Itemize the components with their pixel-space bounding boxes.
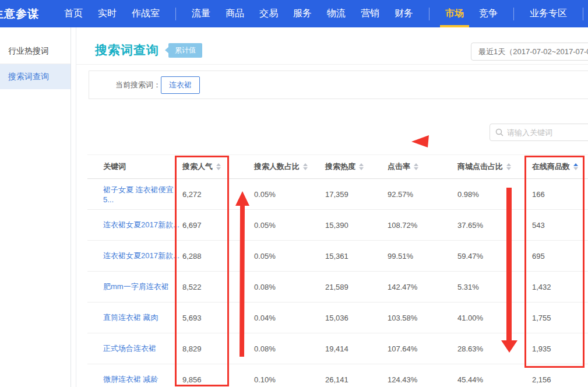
column-header-5: 商城点击占比 <box>457 161 532 172</box>
cell-click_rate: 108.72% <box>388 221 457 230</box>
cell-search_popularity: 6,272 <box>182 190 254 199</box>
cell-keyword: 连衣裙女夏2017新款... <box>87 251 182 261</box>
table-header-row: 关键词搜索人气搜索人数占比搜索热度点击率商城点击占比在线商品数 <box>87 154 588 179</box>
page-title: 搜索词查询 <box>95 42 159 58</box>
nav-item-1[interactable]: 实时 <box>90 0 124 27</box>
cell-searcher_share: 0.05% <box>254 190 325 199</box>
cumulative-badge: 累计值 <box>168 43 202 58</box>
sort-desc-icon <box>573 167 578 170</box>
cell-mall_click_share: 5.31% <box>457 283 532 291</box>
column-header-label: 搜索热度 <box>325 161 355 172</box>
cell-online_products: 166 <box>532 190 588 199</box>
cell-search_heat: 21,589 <box>325 283 388 291</box>
sort-asc-icon <box>303 163 308 166</box>
cell-online_products: 1,432 <box>532 283 588 291</box>
nav-item-11[interactable]: 竞争 <box>471 0 505 27</box>
nav-item-9[interactable]: 财务 <box>387 0 421 27</box>
cell-search_popularity: 9,856 <box>182 375 254 384</box>
brand-logo[interactable]: 生意参谋 <box>0 6 39 22</box>
sort-toggle[interactable] <box>573 163 578 170</box>
sort-asc-icon <box>506 163 511 166</box>
current-search-label: 当前搜索词： <box>115 80 161 90</box>
nav-item-4[interactable]: 商品 <box>218 0 252 27</box>
cell-online_products: 543 <box>532 221 588 230</box>
cell-online_products: 695 <box>532 252 588 261</box>
cell-keyword: 直筒连衣裙 藏肉 <box>87 312 182 323</box>
nav-item-5[interactable]: 交易 <box>252 0 286 27</box>
cell-searcher_share: 0.04% <box>254 314 325 322</box>
cell-keyword: 微胖连衣裙 减龄 <box>87 374 182 385</box>
column-header-label: 搜索人数占比 <box>254 161 300 172</box>
cell-search_popularity: 5,693 <box>182 314 254 322</box>
sort-toggle[interactable] <box>359 163 364 170</box>
keyword-link[interactable]: 正式场合连衣裙 <box>103 344 156 353</box>
sort-asc-icon <box>216 163 221 166</box>
nav-divider <box>175 8 176 20</box>
nav-item-12[interactable]: 业务专区 <box>522 0 575 27</box>
sort-toggle[interactable] <box>303 163 308 170</box>
cell-search_heat: 19,414 <box>325 344 388 353</box>
sort-toggle[interactable] <box>414 163 418 170</box>
sort-toggle[interactable] <box>506 163 511 170</box>
keyword-link[interactable]: 微胖连衣裙 减龄 <box>103 375 159 384</box>
cell-searcher_share: 0.05% <box>254 252 325 261</box>
nav-item-2[interactable]: 作战室 <box>124 0 167 27</box>
sort-toggle[interactable] <box>216 163 221 170</box>
nav-item-8[interactable]: 营销 <box>353 0 387 27</box>
nav-item-6[interactable]: 服务 <box>286 0 319 27</box>
cell-click_rate: 99.51% <box>388 252 457 261</box>
cell-mall_click_share: 37.65% <box>457 221 532 230</box>
cell-searcher_share: 0.05% <box>254 221 325 230</box>
keyword-search-box <box>490 124 588 141</box>
cell-search_popularity: 8,522 <box>182 283 254 291</box>
cell-searcher_share: 0.08% <box>254 283 325 291</box>
content-left-border <box>76 27 76 387</box>
nav-item-3[interactable]: 流量 <box>184 0 218 27</box>
cell-click_rate: 103.58% <box>388 314 457 322</box>
cell-mall_click_share: 0.98% <box>457 190 532 199</box>
nav-item-0[interactable]: 首页 <box>57 0 90 27</box>
nav-menu: 首页实时作战室流量商品交易服务物流营销财务市场竞争业务专区取数 <box>57 0 588 27</box>
keyword-link[interactable]: 连衣裙女夏2017新款... <box>103 251 179 260</box>
column-header-4: 点击率 <box>388 161 457 172</box>
keyword-link[interactable]: 裙子女夏 连衣裙便宜5... <box>103 185 174 204</box>
sort-asc-icon <box>359 163 364 166</box>
nav-item-7[interactable]: 物流 <box>319 0 353 27</box>
keyword-link[interactable]: 肥mm一字肩连衣裙 <box>103 282 169 291</box>
cell-keyword: 连衣裙女夏2017新款... <box>87 220 182 230</box>
cell-searcher_share: 0.08% <box>254 344 325 353</box>
keyword-link[interactable]: 连衣裙女夏2017新款... <box>103 220 179 229</box>
table-row: 肥mm一字肩连衣裙8,5220.08%21,589142.47%5.31%1,4… <box>87 272 588 302</box>
cell-online_products: 1,935 <box>532 344 588 353</box>
nav-divider <box>513 8 514 20</box>
sidebar-item-0[interactable]: 行业热搜词 <box>0 39 71 64</box>
cell-search_popularity: 8,829 <box>182 344 254 353</box>
sort-desc-icon <box>359 167 364 170</box>
column-header-label: 点击率 <box>388 161 410 172</box>
column-header-0: 关键词 <box>87 161 182 172</box>
cell-click_rate: 124.43% <box>388 375 457 384</box>
table-row: 连衣裙女夏2017新款...6,6970.05%15,390108.72%37.… <box>87 210 588 241</box>
date-range-selector[interactable]: 最近1天（2017-07-02~2017-07-02） <box>471 43 588 61</box>
screen: 生意参谋 首页实时作战室流量商品交易服务物流营销财务市场竞争业务专区取数 行业热… <box>0 0 588 387</box>
sort-desc-icon <box>414 167 418 170</box>
nav-divider <box>583 8 583 20</box>
table-row: 正式场合连衣裙8,8290.08%19,414107.64%28.63%1,93… <box>87 333 588 364</box>
cell-mall_click_share: 41.00% <box>457 314 532 322</box>
table-row: 微胖连衣裙 减龄9,8560.10%26,141124.43%45.44%2,1… <box>87 364 588 387</box>
cell-search_heat: 17,359 <box>325 190 388 199</box>
cell-searcher_share: 0.10% <box>254 375 325 384</box>
current-search-term-tag[interactable]: 连衣裙 <box>161 76 200 94</box>
cell-keyword: 裙子女夏 连衣裙便宜5... <box>87 185 182 204</box>
column-header-1: 搜索人气 <box>182 161 254 172</box>
sort-asc-icon <box>414 163 418 166</box>
column-header-2: 搜索人数占比 <box>254 161 325 172</box>
sort-desc-icon <box>216 167 221 170</box>
keyword-link[interactable]: 直筒连衣裙 藏肉 <box>103 313 159 322</box>
keyword-search-input[interactable] <box>507 128 588 137</box>
sidebar-item-1[interactable]: 搜索词查询 <box>0 64 71 89</box>
cell-keyword: 肥mm一字肩连衣裙 <box>87 282 182 292</box>
cell-keyword: 正式场合连衣裙 <box>87 343 182 354</box>
cell-search_popularity: 6,288 <box>182 252 254 261</box>
nav-item-10[interactable]: 市场 <box>438 0 471 27</box>
